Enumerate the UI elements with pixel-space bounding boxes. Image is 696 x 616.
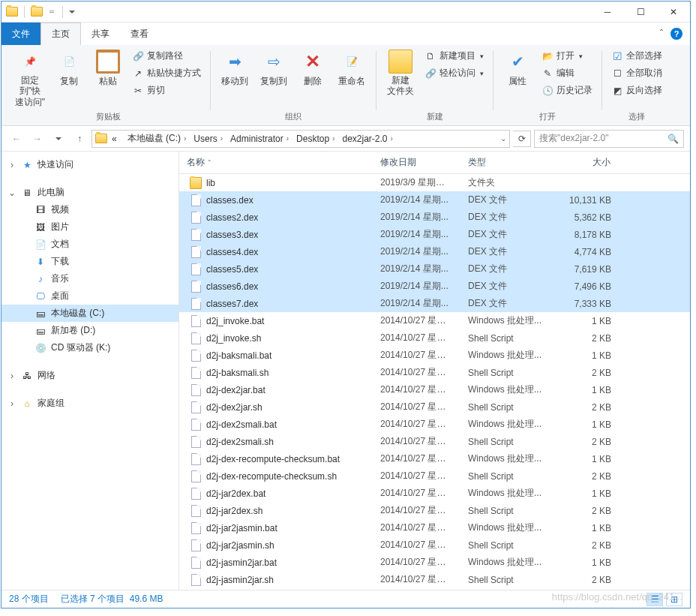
file-list[interactable]: lib2019/3/9 星期六 ...文件夹classes.dex2019/2/… (179, 174, 690, 590)
move-to-button[interactable]: ➡移动到 (217, 48, 253, 89)
file-row[interactable]: classes2.dex2019/2/14 星期...DEX 文件5,362 K… (179, 209, 690, 226)
tab-home[interactable]: 主页 (40, 23, 81, 45)
col-size[interactable]: 大小 (550, 152, 619, 173)
address-bar[interactable]: « 本地磁盘 (C:)› Users› Administrator› Deskt… (92, 130, 510, 148)
cell-name: classes6.dex (179, 280, 373, 293)
help-icon[interactable]: ? (670, 28, 682, 40)
col-name[interactable]: 名称˄ (179, 152, 373, 173)
file-row[interactable]: d2j-baksmali.bat2014/10/27 星期...Windows … (179, 347, 690, 364)
file-row[interactable]: classes4.dex2019/2/14 星期...DEX 文件4,774 K… (179, 243, 690, 260)
select-all-button[interactable]: 全部选择 (608, 48, 665, 64)
refresh-button[interactable]: ⟳ (513, 131, 531, 147)
col-date[interactable]: 修改日期 (373, 152, 460, 173)
up-button[interactable]: ↑ (70, 130, 88, 148)
back-button[interactable]: ← (8, 130, 26, 148)
properties-button[interactable]: ✔属性 (500, 48, 536, 89)
expand-icon[interactable]: › (8, 398, 16, 409)
nav-pane[interactable]: ›★快速访问 ⌄🖥此电脑 🎞视频 🖼图片 📄文档 ⬇下载 ♪音乐 🖵桌面 🖴本地… (2, 152, 179, 590)
crumb-root[interactable]: 本地磁盘 (C:)› (124, 132, 190, 145)
file-row[interactable]: d2j_invoke.sh2014/10/27 星期...Shell Scrip… (179, 329, 690, 347)
invert-selection-button[interactable]: ◩反向选择 (608, 83, 665, 98)
expand-icon[interactable]: › (8, 371, 16, 381)
nav-this-pc[interactable]: ⌄🖥此电脑 (2, 184, 178, 201)
file-row[interactable]: d2j-jar2dex.bat2014/10/27 星期...Windows 批… (179, 485, 690, 502)
expand-icon[interactable]: › (8, 160, 16, 170)
details-view-button[interactable]: ☰ (646, 593, 663, 606)
copy-to-button[interactable]: ⇨复制到 (256, 48, 292, 89)
file-row[interactable]: d2j-dex-recompute-checksum.bat2014/10/27… (179, 450, 690, 467)
folder-icon (388, 50, 412, 74)
open-button[interactable]: 📂打开▾ (538, 48, 596, 64)
file-row[interactable]: classes5.dex2019/2/14 星期...DEX 文件7,619 K… (179, 260, 690, 278)
file-row[interactable]: d2j-jasmin2jar.bat2014/10/27 星期...Window… (179, 554, 690, 571)
paste-button[interactable]: 粘贴 (90, 48, 126, 89)
nav-videos[interactable]: 🎞视频 (2, 201, 178, 218)
forward-button[interactable]: → (28, 130, 46, 148)
pin-button[interactable]: 📌 固定到"快 速访问" (12, 48, 48, 109)
collapse-ribbon-icon[interactable]: ˆ (660, 29, 663, 39)
qat-dropdown-icon[interactable] (69, 11, 75, 17)
file-row[interactable]: d2j-dex2smali.sh2014/10/27 星期...Shell Sc… (179, 433, 690, 450)
history-button[interactable]: 🕓历史记录 (538, 83, 596, 98)
cell-type: 文件夹 (460, 176, 550, 190)
copy-path-button[interactable]: 🔗复制路径 (129, 48, 204, 64)
nav-kdrive[interactable]: 💿CD 驱动器 (K:) (2, 339, 178, 356)
file-row[interactable]: classes3.dex2019/2/14 星期...DEX 文件8,178 K… (179, 226, 690, 243)
nav-ddrive[interactable]: 🖴新加卷 (D:) (2, 322, 178, 339)
maximize-button[interactable]: ☐ (624, 2, 657, 23)
file-row[interactable]: classes7.dex2019/2/14 星期...DEX 文件7,333 K… (179, 295, 690, 312)
recent-button[interactable] (50, 130, 68, 148)
crumb-users[interactable]: Users› (190, 134, 226, 144)
file-row[interactable]: classes6.dex2019/2/14 星期...DEX 文件7,496 K… (179, 278, 690, 295)
file-row[interactable]: d2j-dex2jar.sh2014/10/27 星期...Shell Scri… (179, 398, 690, 416)
select-none-button[interactable]: ☐全部取消 (608, 65, 665, 81)
crumb-current[interactable]: dex2jar-2.0› (339, 134, 395, 144)
paste-shortcut-button[interactable]: ↗粘贴快捷方式 (129, 65, 204, 81)
col-type[interactable]: 类型 (460, 152, 550, 173)
star-icon: ★ (21, 159, 33, 171)
cell-size: 1 KB (550, 384, 619, 396)
delete-button[interactable]: ✕删除 (295, 48, 331, 89)
file-row[interactable]: d2j_invoke.bat2014/10/27 星期...Windows 批处… (179, 312, 690, 329)
file-row[interactable]: d2j-baksmali.sh2014/10/27 星期...Shell Scr… (179, 364, 690, 381)
addr-dropdown-icon[interactable]: ⌄ (500, 134, 506, 143)
expand-icon[interactable]: ⌄ (8, 188, 16, 198)
icons-view-button[interactable]: ⊞ (666, 593, 682, 606)
folder-icon[interactable] (31, 7, 43, 17)
file-icon (190, 453, 202, 465)
nav-network[interactable]: ›🖧网络 (2, 367, 178, 384)
file-row[interactable]: d2j-dex2jar.bat2014/10/27 星期...Windows 批… (179, 381, 690, 398)
nav-downloads[interactable]: ⬇下载 (2, 253, 178, 270)
file-row[interactable]: d2j-dex2smali.bat2014/10/27 星期...Windows… (179, 416, 690, 433)
rename-button[interactable]: 📝重命名 (334, 48, 370, 89)
file-row[interactable]: d2j-jar2jasmin.bat2014/10/27 星期...Window… (179, 519, 690, 536)
nav-quick-access[interactable]: ›★快速访问 (2, 156, 178, 173)
copy-button[interactable]: 📄 复制 (51, 48, 87, 89)
file-row[interactable]: d2j-dex-recompute-checksum.sh2014/10/27 … (179, 467, 690, 485)
minimize-button[interactable]: ─ (591, 2, 624, 23)
file-row[interactable]: lib2019/3/9 星期六 ...文件夹 (179, 174, 690, 191)
search-input[interactable]: 搜索"dex2jar-2.0" 🔍 (534, 130, 684, 148)
easy-access-button[interactable]: 🔗轻松访问▾ (422, 65, 487, 81)
tab-view[interactable]: 查看 (120, 23, 159, 45)
nav-pictures[interactable]: 🖼图片 (2, 218, 178, 236)
crumb-prefix[interactable]: « (109, 134, 123, 144)
close-button[interactable]: ✕ (657, 2, 690, 23)
nav-music[interactable]: ♪音乐 (2, 270, 178, 287)
new-folder-button[interactable]: 新建 文件夹 (382, 48, 418, 98)
file-row[interactable]: d2j-jar2dex.sh2014/10/27 星期...Shell Scri… (179, 502, 690, 519)
edit-button[interactable]: ✎编辑 (538, 65, 596, 81)
nav-documents[interactable]: 📄文档 (2, 236, 178, 253)
file-row[interactable]: d2j-jasmin2jar.sh2014/10/27 星期...Shell S… (179, 571, 690, 588)
new-item-button[interactable]: 🗋新建项目▾ (422, 48, 487, 64)
file-row[interactable]: classes.dex2019/2/14 星期...DEX 文件10,131 K… (179, 191, 690, 209)
cut-button[interactable]: ✂剪切 (129, 83, 204, 98)
file-row[interactable]: d2j-jar2jasmin.sh2014/10/27 星期...Shell S… (179, 536, 690, 554)
nav-desktop[interactable]: 🖵桌面 (2, 287, 178, 305)
nav-homegroup[interactable]: ›⌂家庭组 (2, 395, 178, 412)
crumb-admin[interactable]: Administrator› (227, 134, 292, 144)
crumb-desktop[interactable]: Desktop› (293, 134, 338, 144)
nav-cdrive[interactable]: 🖴本地磁盘 (C:) (2, 305, 178, 322)
tab-share[interactable]: 共享 (81, 23, 120, 45)
tab-file[interactable]: 文件 (2, 23, 40, 45)
